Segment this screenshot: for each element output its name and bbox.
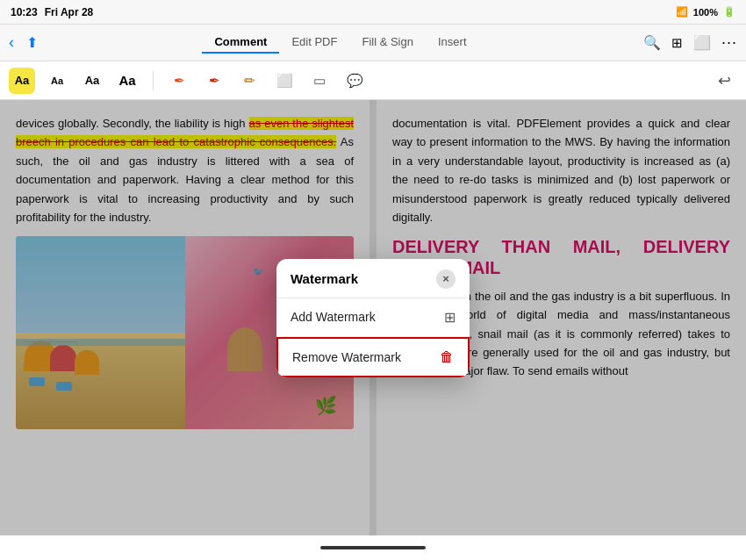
home-indicator [0, 535, 746, 560]
remove-watermark-icon: 🗑 [440, 349, 454, 365]
grid-icon[interactable]: ⊞ [671, 35, 683, 51]
back-icon[interactable]: ‹ [9, 33, 14, 52]
modal-header: Watermark × [276, 259, 470, 298]
pencil-button[interactable]: ✏ [236, 68, 262, 94]
underline-button[interactable]: ✒ [201, 68, 227, 94]
watermark-modal: Watermark × Add Watermark ⊞ Remove Water… [276, 259, 470, 377]
text-small-button[interactable]: Aa [44, 68, 70, 94]
modal-close-button[interactable]: × [436, 269, 455, 289]
toolbar: ‹ ⬆ Comment Edit PDF Fill & Sign Insert … [0, 25, 746, 61]
pdf-area: devices globally. Secondly, the liabilit… [0, 100, 746, 535]
battery-icon: 🔋 [723, 6, 735, 18]
wifi-icon: 📶 [676, 6, 688, 18]
home-bar [320, 546, 426, 549]
stamp-button[interactable]: ⬜ [271, 68, 298, 94]
search-icon[interactable]: 🔍 [643, 34, 661, 51]
comment-button[interactable]: 💬 [341, 68, 368, 94]
status-bar: 10:23 Fri Apr 28 📶 100% 🔋 [0, 0, 746, 25]
add-watermark-icon: ⊞ [444, 309, 455, 326]
text-medium-button[interactable]: Aa [79, 68, 105, 94]
view-icon[interactable]: ⬜ [693, 34, 711, 51]
date-display: Fri Apr 28 [45, 6, 94, 18]
time-display: 10:23 [11, 6, 38, 18]
add-watermark-label: Add Watermark [291, 310, 376, 324]
eraser-button[interactable]: ▭ [306, 68, 333, 94]
battery-display: 100% [693, 7, 718, 18]
tab-edit-pdf[interactable]: Edit PDF [279, 32, 349, 54]
separator1 [153, 71, 154, 90]
modal-title: Watermark [291, 271, 358, 286]
undo-button[interactable]: ↩ [711, 68, 737, 94]
tab-comment[interactable]: Comment [202, 32, 279, 54]
tab-insert[interactable]: Insert [426, 32, 479, 54]
more-icon[interactable]: ··· [721, 33, 737, 52]
remove-watermark-item[interactable]: Remove Watermark 🗑 [276, 337, 470, 377]
text-large-button[interactable]: Aa [114, 68, 140, 94]
share-icon[interactable]: ⬆ [26, 34, 38, 51]
modal-overlay: Watermark × Add Watermark ⊞ Remove Water… [0, 100, 746, 535]
add-watermark-item[interactable]: Add Watermark ⊞ [276, 298, 470, 337]
remove-watermark-label: Remove Watermark [292, 350, 401, 364]
annotation-bar: Aa Aa Aa Aa ✒ ✒ ✏ ⬜ ▭ 💬 ↩ [0, 61, 746, 100]
highlight-pen-button[interactable]: ✒ [166, 68, 192, 94]
tab-fill-sign[interactable]: Fill & Sign [349, 32, 426, 54]
text-highlight-button[interactable]: Aa [9, 68, 35, 94]
